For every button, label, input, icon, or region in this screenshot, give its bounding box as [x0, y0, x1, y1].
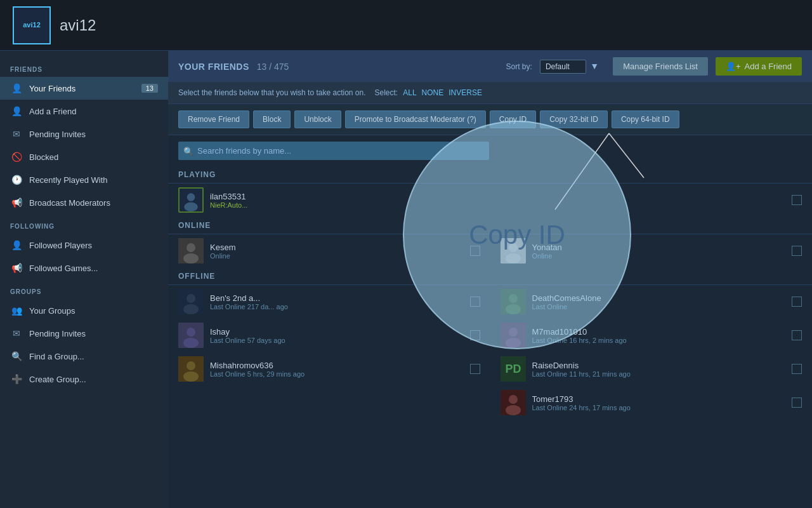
friend-checkbox-kesem[interactable] — [470, 246, 480, 256]
friend-name-death: DeathComesAlone — [532, 293, 787, 303]
sidebar-label-group-pending: Pending Invites — [29, 329, 86, 338]
action-buttons-bar: Remove Friend Block Unblock Promote to B… — [168, 104, 812, 135]
username-label: avi12 — [60, 17, 96, 34]
friend-avatar-tomer — [501, 390, 526, 415]
select-prefix: Select: — [375, 88, 398, 97]
friend-avatar-death — [501, 289, 526, 314]
copy-32bit-button[interactable]: Copy 32-bit ID — [540, 110, 608, 128]
friend-name-yonatan: Yonatan — [532, 243, 787, 252]
friend-checkbox-tomer[interactable] — [792, 398, 802, 408]
add-icon: 👤 — [10, 105, 23, 117]
friend-checkbox-ilan[interactable] — [792, 195, 802, 205]
svg-point-8 — [506, 253, 521, 264]
friend-row-mishahromov[interactable]: Mishahromov636 Last Online 5 hrs, 29 min… — [168, 352, 490, 386]
friend-status-m7mad: Last Online 16 hrs, 2 mins ago — [532, 337, 787, 344]
select-all-link[interactable]: ALL — [403, 88, 416, 97]
friend-info-ishay: Ishay Last Online 57 days ago — [210, 327, 465, 344]
playing-section-header: PLAYING — [168, 166, 812, 184]
friend-row-tomer[interactable]: Tomer1793 Last Online 24 hrs, 17 mins ag… — [490, 386, 813, 420]
groups-icon: 👥 — [10, 304, 23, 317]
select-none-link[interactable]: NONE — [422, 88, 444, 97]
sidebar-item-followed-games[interactable]: 📢 Followed Games... — [0, 257, 168, 279]
friend-checkbox-raisedennis[interactable] — [792, 364, 802, 374]
sidebar-item-group-pending-invites[interactable]: ✉ Pending Invites — [0, 322, 168, 345]
sidebar-item-blocked[interactable]: 🚫 Blocked — [0, 145, 168, 168]
sidebar-item-followed-players[interactable]: 👤 Followed Players — [0, 234, 168, 257]
layout: FRIENDS 👤 Your Friends 13 👤 Add a Friend… — [0, 51, 812, 508]
friend-row-yonatan[interactable]: Yonatan Online — [490, 234, 813, 268]
sidebar-item-add-friend[interactable]: 👤 Add a Friend — [0, 100, 168, 123]
main-content: YOUR FRIENDS 13 / 475 Sort by: Default ▼… — [168, 51, 812, 420]
svg-point-10 — [187, 294, 195, 303]
sort-select[interactable]: Default — [540, 60, 586, 74]
add-friend-icon: 👤+ — [726, 62, 741, 71]
svg-point-2 — [184, 203, 198, 211]
friend-row-death[interactable]: DeathComesAlone Last Online — [490, 285, 813, 319]
friends-title: YOUR FRIENDS — [178, 62, 249, 72]
svg-point-4 — [187, 243, 195, 252]
friend-row-ishay[interactable]: Ishay Last Online 57 days ago — [168, 319, 490, 352]
friend-info-m7mad: M7mad101010 Last Online 16 hrs, 2 mins a… — [532, 327, 787, 344]
friend-checkbox-yonatan[interactable] — [792, 246, 802, 256]
friend-row-raisedennis[interactable]: PD RaiseDennis Last Online 11 hrs, 21 mi… — [490, 352, 813, 386]
friend-row-playing[interactable]: ilan53531 NieR:Auto... — [168, 184, 812, 217]
sidebar-item-your-groups[interactable]: 👥 Your Groups — [0, 299, 168, 322]
search-input[interactable] — [178, 142, 489, 160]
sidebar-item-pending-invites[interactable]: ✉ Pending Invites — [0, 123, 168, 145]
broadcast-icon: 📢 — [10, 196, 23, 209]
remove-friend-button[interactable]: Remove Friend — [178, 110, 249, 128]
sidebar-item-recently-played[interactable]: 🕐 Recently Played With — [0, 168, 168, 191]
copy-id-button[interactable]: Copy ID — [490, 110, 536, 128]
sidebar-item-your-friends[interactable]: 👤 Your Friends 13 — [0, 77, 168, 100]
followed-games-icon: 📢 — [10, 262, 23, 274]
manage-friends-button[interactable]: Manage Friends List — [613, 57, 708, 76]
friend-name-tomer: Tomer1793 — [532, 394, 787, 404]
friend-row-m7mad[interactable]: M7mad101010 Last Online 16 hrs, 2 mins a… — [490, 319, 813, 352]
friend-name-bens: Ben's 2nd a... — [210, 293, 465, 303]
find-group-icon: 🔍 — [10, 350, 23, 363]
friends-section-label: FRIENDS — [0, 57, 168, 77]
friend-checkbox-m7mad[interactable] — [792, 330, 802, 340]
search-icon: 🔍 — [183, 146, 193, 156]
followed-players-icon: 👤 — [10, 239, 23, 251]
add-friend-button[interactable]: 👤+ Add a Friend — [716, 57, 802, 76]
sidebar-item-find-group[interactable]: 🔍 Find a Group... — [0, 345, 168, 368]
sidebar-label-recently-played: Recently Played With — [29, 175, 108, 185]
friend-checkbox-ishay[interactable] — [470, 330, 480, 340]
svg-point-19 — [509, 328, 518, 337]
friend-info-ilan: ilan53531 NieR:Auto... — [210, 192, 787, 209]
friend-checkbox-bens[interactable] — [470, 297, 480, 307]
friend-avatar-kesem — [178, 238, 204, 264]
svg-text:PD: PD — [505, 363, 521, 375]
friend-info-mishahromov: Mishahromov636 Last Online 5 hrs, 29 min… — [210, 361, 465, 378]
friend-row-bens[interactable]: Ben's 2nd a... Last Online 217 da... ago — [168, 285, 490, 319]
friend-checkbox-mishahromov[interactable] — [470, 364, 480, 374]
select-instruction: Select the friends below that you wish t… — [178, 88, 366, 97]
svg-point-28 — [506, 405, 521, 415]
friend-info-tomer: Tomer1793 Last Online 24 hrs, 17 mins ag… — [532, 394, 787, 411]
friends-badge: 13 — [141, 84, 158, 93]
copy-64bit-button[interactable]: Copy 64-bit ID — [612, 110, 679, 128]
sidebar-label-followed-games: Followed Games... — [29, 264, 98, 273]
friend-avatar-bens — [178, 289, 204, 314]
promote-button[interactable]: Promote to Broadcast Moderator (?) — [345, 110, 486, 128]
sidebar-item-create-group[interactable]: ➕ Create Group... — [0, 368, 168, 391]
friend-status-ilan: NieR:Auto... — [210, 201, 787, 209]
svg-point-20 — [506, 338, 521, 348]
friend-name-kesem: Kesem — [210, 243, 465, 252]
friend-name-mishahromov: Mishahromov636 — [210, 361, 465, 370]
clock-icon: 🕐 — [10, 173, 23, 186]
svg-point-22 — [187, 361, 195, 370]
block-button[interactable]: Block — [253, 110, 291, 128]
select-inverse-link[interactable]: INVERSE — [449, 88, 482, 97]
friend-row-kesem[interactable]: Kesem Online — [168, 234, 490, 268]
user-avatar-box: avi12 — [13, 6, 51, 44]
sidebar-item-broadcast-moderators[interactable]: 📢 Broadcast Moderators — [0, 191, 168, 214]
sidebar-label-pending-invites: Pending Invites — [29, 130, 86, 139]
unblock-button[interactable]: Unblock — [294, 110, 341, 128]
friend-status-yonatan: Online — [532, 252, 787, 260]
online-section-header: ONLINE — [168, 217, 812, 234]
friend-name-raisedennis: RaiseDennis — [532, 361, 787, 370]
friend-checkbox-death[interactable] — [792, 297, 802, 307]
friend-status-bens: Last Online 217 da... ago — [210, 303, 465, 311]
